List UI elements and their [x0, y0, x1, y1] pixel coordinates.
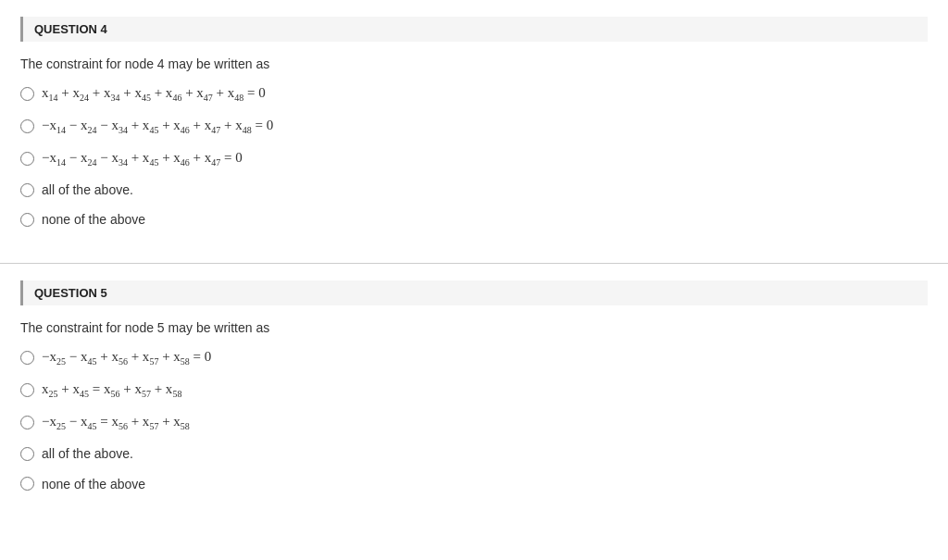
q5-option-1: −x25 − x45 + x56 + x57 + x58 = 0: [20, 348, 928, 367]
q5-radio-3[interactable]: [20, 416, 34, 429]
q5-label-4[interactable]: all of the above.: [42, 445, 133, 462]
question-4-block: QUESTION 4 The constraint for node 4 may…: [0, 0, 948, 259]
q5-label-3[interactable]: −x25 − x45 = x56 + x57 + x58: [42, 413, 190, 432]
q4-option-3: −x14 − x24 − x34 + x45 + x46 + x47 = 0: [20, 149, 928, 168]
q4-radio-1[interactable]: [20, 87, 34, 101]
q4-option-2: −x14 − x24 − x34 + x45 + x46 + x47 + x48…: [20, 117, 928, 136]
q4-radio-5[interactable]: [20, 213, 34, 227]
q5-radio-1[interactable]: [20, 351, 34, 365]
q5-radio-4[interactable]: [20, 447, 34, 461]
q4-label-2[interactable]: −x14 − x24 − x34 + x45 + x46 + x47 + x48…: [42, 117, 273, 136]
q5-option-2: x25 + x45 = x56 + x57 + x58: [20, 380, 928, 400]
q5-option-4: all of the above.: [20, 445, 928, 462]
q4-radio-3[interactable]: [20, 152, 34, 166]
q5-label-1[interactable]: −x25 − x45 + x56 + x57 + x58 = 0: [42, 348, 211, 367]
q4-option-5: none of the above: [20, 211, 928, 228]
q5-label-5[interactable]: none of the above: [42, 476, 145, 492]
q4-radio-4[interactable]: [20, 183, 34, 197]
question-5-block: QUESTION 5 The constraint for node 5 may…: [0, 264, 948, 523]
q4-label-1[interactable]: x14 + x24 + x34 + x45 + x46 + x47 + x48 …: [42, 84, 266, 104]
q4-option-1: x14 + x24 + x34 + x45 + x46 + x47 + x48 …: [20, 84, 928, 104]
q5-radio-2[interactable]: [20, 383, 34, 397]
question-5-title: QUESTION 5: [20, 280, 928, 305]
q4-option-4: all of the above.: [20, 181, 928, 198]
q5-option-5: none of the above: [20, 476, 928, 492]
question-5-intro: The constraint for node 5 may be written…: [20, 320, 928, 335]
q4-radio-2[interactable]: [20, 119, 34, 133]
q5-radio-5[interactable]: [20, 477, 34, 491]
q4-label-5[interactable]: none of the above: [42, 211, 145, 228]
question-4-title: QUESTION 4: [20, 17, 928, 42]
q4-label-4[interactable]: all of the above.: [42, 181, 133, 198]
q5-label-2[interactable]: x25 + x45 = x56 + x57 + x58: [42, 380, 181, 400]
question-4-intro: The constraint for node 4 may be written…: [20, 56, 928, 71]
q5-option-3: −x25 − x45 = x56 + x57 + x58: [20, 413, 928, 432]
q4-label-3[interactable]: −x14 − x24 − x34 + x45 + x46 + x47 = 0: [42, 149, 243, 168]
